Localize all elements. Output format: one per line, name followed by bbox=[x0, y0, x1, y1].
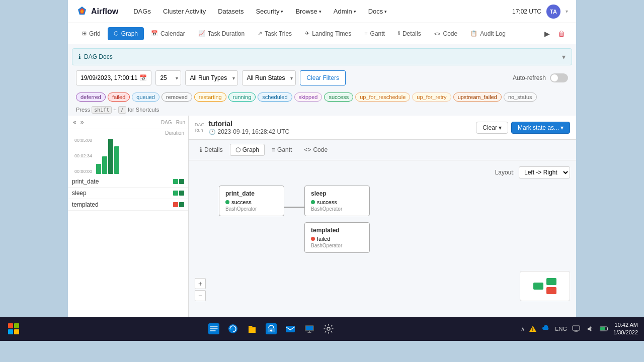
badge-queued[interactable]: queued bbox=[132, 93, 159, 102]
badge-scheduled[interactable]: scheduled bbox=[258, 93, 292, 102]
tab-gantt[interactable]: ≡ Gantt bbox=[358, 27, 391, 40]
navbar: Airflow DAGs Cluster Activity Datasets S… bbox=[68, 0, 576, 23]
nav-cluster-activity[interactable]: Cluster Activity bbox=[158, 5, 211, 18]
badge-up-for-retry[interactable]: up_for_retry bbox=[412, 93, 451, 102]
tab-calendar[interactable]: 📅 Calendar bbox=[145, 27, 191, 40]
date-filter[interactable]: 19/09/2023, 17:00:11 📅 bbox=[76, 70, 151, 85]
layout-select[interactable]: Left -> Right Top -> Down bbox=[519, 166, 570, 178]
nav-browse[interactable]: Browse ▾ bbox=[290, 5, 326, 18]
panel-controls: « » DAG Run bbox=[68, 116, 188, 129]
tab-code[interactable]: <> Code bbox=[428, 27, 464, 40]
badge-removed[interactable]: removed bbox=[162, 93, 192, 102]
task-row-templated[interactable]: templated bbox=[68, 199, 188, 211]
play-button[interactable]: ▶ bbox=[541, 28, 553, 40]
expand-left-panel-button[interactable]: » bbox=[78, 118, 86, 127]
run-state-select[interactable]: All Run States Success Failed Running bbox=[242, 70, 296, 85]
badge-up-for-reschedule[interactable]: up_for_reschedule bbox=[355, 93, 410, 102]
mini-map bbox=[520, 271, 570, 301]
badge-upstream-failed[interactable]: upstream_failed bbox=[453, 93, 502, 102]
run-state-wrapper[interactable]: All Run States Success Failed Running bbox=[242, 70, 296, 85]
collapse-left-panel-button[interactable]: « bbox=[71, 118, 78, 127]
duration-bars bbox=[96, 138, 184, 174]
nav-docs[interactable]: Docs ▾ bbox=[363, 5, 392, 18]
mini-map-right-nodes bbox=[546, 278, 556, 294]
badge-skipped[interactable]: skipped bbox=[294, 93, 323, 102]
task-square-dark-green bbox=[179, 179, 184, 184]
clear-filters-button[interactable]: Clear Filters bbox=[300, 70, 346, 85]
mark-state-button[interactable]: Mark state as... ▾ bbox=[511, 122, 570, 134]
badge-restarting[interactable]: restarting bbox=[194, 93, 226, 102]
taskbar-mail-icon[interactable] bbox=[283, 321, 298, 336]
nav-datasets[interactable]: Datasets bbox=[213, 5, 249, 18]
run-count-select[interactable]: 25 50 100 bbox=[155, 70, 181, 85]
dag-tab-graph[interactable]: ⬡ Graph bbox=[230, 144, 265, 156]
svg-rect-7 bbox=[286, 326, 295, 332]
taskbar-date-display: 1/30/2022 bbox=[613, 329, 638, 336]
status-badges-bar: deferred failed queued removed restartin… bbox=[68, 90, 576, 106]
task-duration-tab-icon: 📈 bbox=[198, 30, 205, 37]
task-square-dark-green-2 bbox=[179, 191, 184, 196]
auto-refresh-control: Auto-refresh bbox=[513, 73, 568, 82]
run-type-select[interactable]: All Run Types Manual Scheduled bbox=[185, 70, 238, 85]
tab-grid[interactable]: ⊞ Grid bbox=[76, 27, 107, 40]
task-squares-print-date bbox=[173, 179, 184, 184]
tab-graph[interactable]: ⬡ Graph bbox=[108, 27, 144, 40]
win-tile-red bbox=[8, 323, 13, 328]
taskbar-files-icon[interactable] bbox=[245, 321, 260, 336]
dag-docs-expand-icon[interactable]: ▾ bbox=[562, 53, 566, 61]
dag-tab-gantt[interactable]: ≡ Gantt bbox=[267, 144, 297, 155]
zoom-in-button[interactable]: + bbox=[195, 278, 206, 289]
taskbar-explorer-icon[interactable] bbox=[206, 321, 221, 336]
dag-node-templated-type: BashOperator bbox=[311, 243, 363, 248]
nav-admin[interactable]: Admin ▾ bbox=[329, 5, 361, 18]
duration-y-mid: 00:02:34 bbox=[72, 153, 92, 158]
tray-cloud-icon bbox=[541, 324, 551, 334]
clock-icon: 🕐 bbox=[209, 129, 216, 135]
right-panel-header: DAG Run tutorial 🕐 2023-09-19, 16:28:42 … bbox=[189, 116, 576, 140]
tab-details[interactable]: ℹ Details bbox=[392, 27, 427, 40]
tab-audit-log[interactable]: 📋 Audit Log bbox=[464, 27, 512, 40]
zoom-out-button[interactable]: − bbox=[195, 290, 206, 301]
user-avatar[interactable]: TA bbox=[546, 5, 560, 19]
delete-button[interactable]: 🗑 bbox=[555, 28, 568, 40]
nav-dags[interactable]: DAGs bbox=[128, 5, 156, 18]
tab-task-tries[interactable]: ↗ Task Tries bbox=[252, 27, 298, 40]
user-menu-caret[interactable]: ▾ bbox=[566, 9, 568, 14]
task-name-print-date: print_date bbox=[72, 178, 170, 185]
badge-deferred[interactable]: deferred bbox=[76, 93, 106, 102]
dag-tab-details[interactable]: ℹ Details bbox=[195, 144, 228, 155]
badge-success[interactable]: success bbox=[324, 93, 353, 102]
badge-no-status[interactable]: no_status bbox=[504, 93, 537, 102]
node-group-print-date: print_date success BashOperator bbox=[219, 186, 304, 216]
dag-node-templated[interactable]: templated failed BashOperator bbox=[304, 222, 370, 253]
run-count-wrapper[interactable]: 25 50 100 bbox=[155, 70, 181, 85]
badge-running[interactable]: running bbox=[228, 93, 256, 102]
taskbar-clock[interactable]: 10:42 AM 1/30/2022 bbox=[613, 321, 638, 337]
taskbar-settings-icon[interactable] bbox=[321, 321, 336, 336]
dag-tab-graph-icon: ⬡ bbox=[235, 146, 240, 153]
nav-security[interactable]: Security ▾ bbox=[251, 5, 288, 18]
dag-node-print-date[interactable]: print_date success BashOperator bbox=[219, 186, 284, 216]
taskbar-edge-icon[interactable] bbox=[225, 321, 240, 336]
taskbar-store-icon[interactable] bbox=[264, 321, 279, 336]
dag-node-sleep[interactable]: sleep success BashOperator bbox=[304, 186, 370, 216]
dag-tab-code[interactable]: <> Code bbox=[299, 144, 333, 155]
badge-failed[interactable]: failed bbox=[108, 93, 130, 102]
connector-line bbox=[284, 207, 304, 208]
dag-graph-container: print_date success BashOperator bbox=[199, 170, 566, 253]
app-logo[interactable]: Airflow bbox=[76, 6, 118, 18]
task-row-sleep[interactable]: sleep bbox=[68, 188, 188, 199]
tab-task-duration[interactable]: 📈 Task Duration bbox=[192, 27, 251, 40]
taskbar-remote-icon[interactable] bbox=[302, 321, 317, 336]
duration-bar bbox=[108, 139, 113, 174]
clear-dag-button[interactable]: Clear ▾ bbox=[476, 122, 508, 134]
svg-point-10 bbox=[327, 327, 330, 330]
tray-chevron-icon[interactable]: ∧ bbox=[521, 326, 525, 332]
duration-y-min: 00:00:00 bbox=[72, 169, 92, 174]
task-row-print-date[interactable]: print_date bbox=[68, 176, 188, 188]
tab-landing-times[interactable]: ✈ Landing Times bbox=[299, 27, 357, 40]
windows-start-button[interactable] bbox=[6, 321, 21, 336]
auto-refresh-toggle[interactable] bbox=[550, 73, 568, 82]
run-type-wrapper[interactable]: All Run Types Manual Scheduled bbox=[185, 70, 238, 85]
task-list: print_date sleep templated bbox=[68, 176, 188, 211]
